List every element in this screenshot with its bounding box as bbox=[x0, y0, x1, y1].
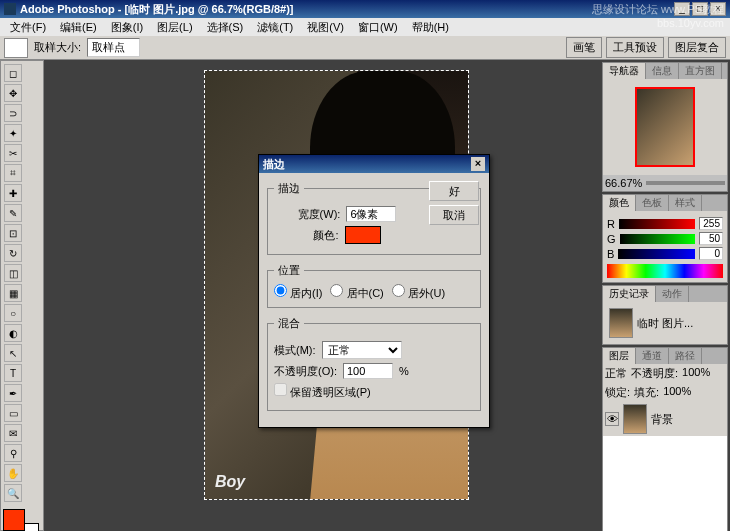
notes-tool[interactable]: ✉ bbox=[4, 424, 22, 442]
tab-history[interactable]: 历史记录 bbox=[603, 286, 656, 302]
move-tool[interactable]: ✥ bbox=[4, 84, 22, 102]
opacity-pct: % bbox=[399, 365, 409, 377]
menu-file[interactable]: 文件(F) bbox=[4, 18, 52, 37]
mode-label: 模式(M): bbox=[274, 343, 316, 358]
mode-select[interactable]: 正常 bbox=[322, 341, 402, 359]
close-button[interactable]: × bbox=[710, 2, 726, 16]
history-thumb bbox=[609, 308, 633, 338]
width-input[interactable] bbox=[346, 206, 396, 222]
marquee-tool[interactable]: ◻ bbox=[4, 64, 22, 82]
history-item[interactable]: 临时 图片... bbox=[607, 306, 723, 340]
menu-image[interactable]: 图象(I) bbox=[105, 18, 149, 37]
menu-help[interactable]: 帮助(H) bbox=[406, 18, 455, 37]
zoom-value[interactable]: 66.67% bbox=[605, 177, 642, 189]
color-swatches[interactable] bbox=[3, 509, 39, 531]
layer-name[interactable]: 背景 bbox=[651, 412, 673, 427]
minimize-button[interactable]: _ bbox=[674, 2, 690, 16]
history-brush-tool[interactable]: ↻ bbox=[4, 244, 22, 262]
ok-button[interactable]: 好 bbox=[429, 181, 479, 201]
maximize-button[interactable]: □ bbox=[692, 2, 708, 16]
wand-tool[interactable]: ✦ bbox=[4, 124, 22, 142]
shape-tool[interactable]: ▭ bbox=[4, 404, 22, 422]
zoom-slider[interactable] bbox=[646, 181, 725, 185]
fill-value[interactable]: 100% bbox=[663, 385, 691, 400]
width-label: 宽度(W): bbox=[298, 207, 341, 222]
app-icon bbox=[4, 3, 16, 15]
color-panel: 颜色 色板 样式 R255 G50 B0 bbox=[602, 194, 728, 283]
tab-channels[interactable]: 通道 bbox=[636, 348, 669, 364]
path-tool[interactable]: ↖ bbox=[4, 344, 22, 362]
r-label: R bbox=[607, 218, 615, 230]
tab-styles[interactable]: 样式 bbox=[669, 195, 702, 211]
tab-actions[interactable]: 动作 bbox=[656, 286, 689, 302]
r-value[interactable]: 255 bbox=[699, 217, 723, 230]
tab-navigator[interactable]: 导航器 bbox=[603, 63, 646, 79]
menu-filter[interactable]: 滤镜(T) bbox=[251, 18, 299, 37]
navigator-panel: 导航器 信息 直方图 66.67% bbox=[602, 62, 728, 192]
dodge-tool[interactable]: ◐ bbox=[4, 324, 22, 342]
tab-color[interactable]: 颜色 bbox=[603, 195, 636, 211]
stroke-legend: 描边 bbox=[274, 181, 304, 196]
menu-select[interactable]: 选择(S) bbox=[201, 18, 250, 37]
history-panel: 历史记录 动作 临时 图片... bbox=[602, 285, 728, 345]
crop-tool[interactable]: ✂ bbox=[4, 144, 22, 162]
heal-tool[interactable]: ✚ bbox=[4, 184, 22, 202]
palette-layercomp[interactable]: 图层复合 bbox=[668, 37, 726, 58]
tab-paths[interactable]: 路径 bbox=[669, 348, 702, 364]
zoom-tool[interactable]: 🔍 bbox=[4, 484, 22, 502]
dlg-opacity-label: 不透明度(O): bbox=[274, 364, 337, 379]
type-tool[interactable]: T bbox=[4, 364, 22, 382]
color-swatch[interactable] bbox=[345, 226, 381, 244]
preserve-checkbox[interactable]: 保留透明区域(P) bbox=[274, 383, 371, 400]
blend-group: 混合 模式(M): 正常 不透明度(O): % 保留透明区域(P) bbox=[267, 316, 481, 411]
tool-preview-icon[interactable] bbox=[4, 38, 28, 58]
hand-tool[interactable]: ✋ bbox=[4, 464, 22, 482]
tab-layers[interactable]: 图层 bbox=[603, 348, 636, 364]
titlebar: Adobe Photoshop - [临时 图片.jpg @ 66.7%(RGB… bbox=[0, 0, 730, 18]
layer-thumb bbox=[623, 404, 647, 434]
gradient-tool[interactable]: ▦ bbox=[4, 284, 22, 302]
menu-window[interactable]: 窗口(W) bbox=[352, 18, 404, 37]
tab-histogram[interactable]: 直方图 bbox=[679, 63, 722, 79]
blend-mode[interactable]: 正常 bbox=[605, 366, 627, 381]
visibility-icon[interactable]: 👁 bbox=[605, 412, 619, 426]
window-title: Adobe Photoshop - [临时 图片.jpg @ 66.7%(RGB… bbox=[20, 2, 674, 17]
tab-swatches[interactable]: 色板 bbox=[636, 195, 669, 211]
dialog-title: 描边 bbox=[263, 157, 285, 172]
color-ramp[interactable] bbox=[607, 264, 723, 278]
g-value[interactable]: 50 bbox=[699, 232, 723, 245]
b-slider[interactable] bbox=[618, 249, 695, 259]
lasso-tool[interactable]: ⊃ bbox=[4, 104, 22, 122]
dialog-titlebar[interactable]: 描边 × bbox=[259, 155, 489, 173]
r-slider[interactable] bbox=[619, 219, 695, 229]
eraser-tool[interactable]: ◫ bbox=[4, 264, 22, 282]
menu-view[interactable]: 视图(V) bbox=[301, 18, 350, 37]
radio-center[interactable]: 居中(C) bbox=[330, 284, 383, 301]
navigator-thumb[interactable] bbox=[635, 87, 695, 167]
eyedropper-tool[interactable]: ⚲ bbox=[4, 444, 22, 462]
layer-row[interactable]: 👁 背景 bbox=[603, 402, 727, 436]
canvas-watermark: Boy bbox=[215, 473, 245, 491]
sample-size-select[interactable]: 取样点 bbox=[87, 38, 140, 57]
radio-inside[interactable]: 居内(I) bbox=[274, 284, 322, 301]
dialog-close-icon[interactable]: × bbox=[471, 157, 485, 171]
pen-tool[interactable]: ✒ bbox=[4, 384, 22, 402]
history-label: 临时 图片... bbox=[637, 316, 693, 331]
stamp-tool[interactable]: ⊡ bbox=[4, 224, 22, 242]
slice-tool[interactable]: ⌗ bbox=[4, 164, 22, 182]
palette-presets[interactable]: 工具预设 bbox=[606, 37, 664, 58]
dlg-opacity-input[interactable] bbox=[343, 363, 393, 379]
palette-brush[interactable]: 画笔 bbox=[566, 37, 602, 58]
radio-outside[interactable]: 居外(U) bbox=[392, 284, 445, 301]
blur-tool[interactable]: ○ bbox=[4, 304, 22, 322]
tab-info[interactable]: 信息 bbox=[646, 63, 679, 79]
cancel-button[interactable]: 取消 bbox=[429, 205, 479, 225]
b-value[interactable]: 0 bbox=[699, 247, 723, 260]
menu-layer[interactable]: 图层(L) bbox=[151, 18, 198, 37]
b-label: B bbox=[607, 248, 614, 260]
brush-tool[interactable]: ✎ bbox=[4, 204, 22, 222]
opacity-value[interactable]: 100% bbox=[682, 366, 710, 381]
fg-color-swatch[interactable] bbox=[3, 509, 25, 531]
g-slider[interactable] bbox=[620, 234, 695, 244]
menu-edit[interactable]: 编辑(E) bbox=[54, 18, 103, 37]
